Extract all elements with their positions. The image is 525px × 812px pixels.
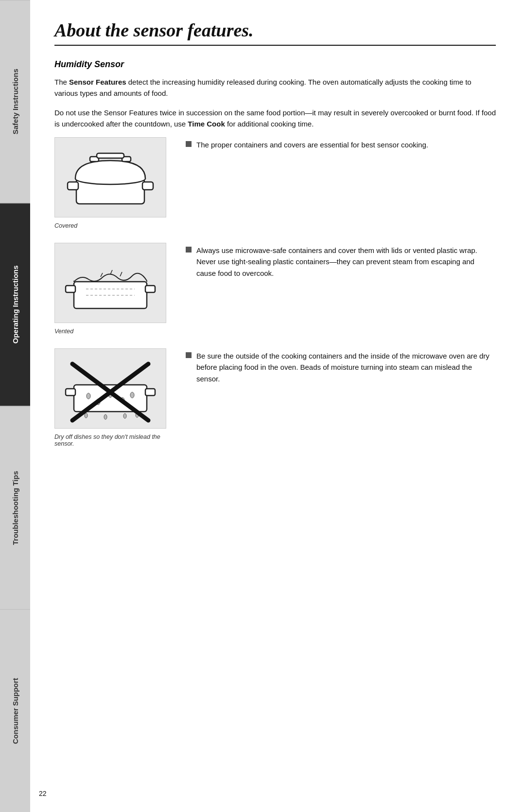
svg-line-15 — [110, 270, 112, 274]
svg-rect-6 — [97, 153, 124, 158]
bullet-square-2 — [186, 247, 192, 253]
bullet3-text: Be sure the outside of the cooking conta… — [186, 348, 496, 384]
dry-dish-svg — [62, 353, 159, 424]
bullet-square-1 — [186, 141, 192, 147]
svg-line-14 — [101, 273, 103, 277]
section-dry: Dry off dishes so they don't mislead the… — [54, 348, 496, 447]
section-vented: Vented Always use microwave-safe contain… — [54, 243, 496, 335]
bullet-item-3: Be sure the outside of the cooking conta… — [186, 350, 496, 384]
sidebar-tab-troubleshooting[interactable]: Troubleshooting Tips — [0, 406, 30, 609]
svg-point-25 — [85, 413, 88, 418]
svg-rect-9 — [145, 286, 155, 292]
section-covered: Covered The proper containers and covers… — [54, 137, 496, 229]
paragraph-2: Do not use the Sensor Features twice in … — [54, 107, 496, 130]
svg-rect-19 — [145, 389, 155, 396]
image-covered — [54, 137, 166, 217]
sidebar-tab-safety[interactable]: Safety Instructions — [0, 0, 30, 203]
svg-point-26 — [104, 415, 107, 419]
svg-line-16 — [120, 272, 122, 276]
svg-point-20 — [87, 393, 90, 399]
svg-point-27 — [123, 414, 126, 418]
sidebar-tab-consumer[interactable]: Consumer Support — [0, 609, 30, 812]
bullet-item-1: The proper containers and covers are ess… — [186, 139, 496, 150]
svg-rect-18 — [66, 389, 75, 396]
image-dry — [54, 348, 166, 429]
bullet-item-2: Always use microwave-safe containers and… — [186, 245, 496, 279]
svg-point-24 — [130, 392, 134, 398]
sidebar: Safety Instructions Operating Instructio… — [0, 0, 30, 812]
bullet1-text: The proper containers and covers are ess… — [186, 137, 496, 150]
section-heading: Humidity Sensor — [54, 59, 496, 70]
vented-dish-svg — [62, 248, 159, 318]
image-covered-col: Covered — [54, 137, 171, 229]
caption-dry: Dry off dishes so they don't mislead the… — [54, 433, 171, 447]
svg-rect-8 — [66, 286, 75, 292]
covered-dish-svg — [62, 142, 159, 213]
caption-covered: Covered — [54, 222, 77, 229]
sidebar-tab-operating[interactable]: Operating Instructions — [0, 203, 30, 406]
caption-vented: Vented — [54, 328, 73, 335]
svg-rect-1 — [68, 182, 78, 190]
svg-rect-2 — [142, 182, 153, 190]
title-underline — [54, 45, 496, 46]
bullet2-text: Always use microwave-safe containers and… — [186, 243, 496, 279]
page-number: 22 — [39, 790, 47, 797]
image-dry-col: Dry off dishes so they don't mislead the… — [54, 348, 171, 447]
page-title: About the sensor features. — [54, 19, 496, 41]
main-content: About the sensor features. Humidity Sens… — [30, 0, 525, 480]
paragraph-1: The Sensor Features detect the increasin… — [54, 76, 496, 99]
bullet-square-3 — [186, 352, 192, 358]
image-vented — [54, 243, 166, 323]
svg-rect-17 — [74, 385, 147, 412]
image-vented-col: Vented — [54, 243, 171, 335]
